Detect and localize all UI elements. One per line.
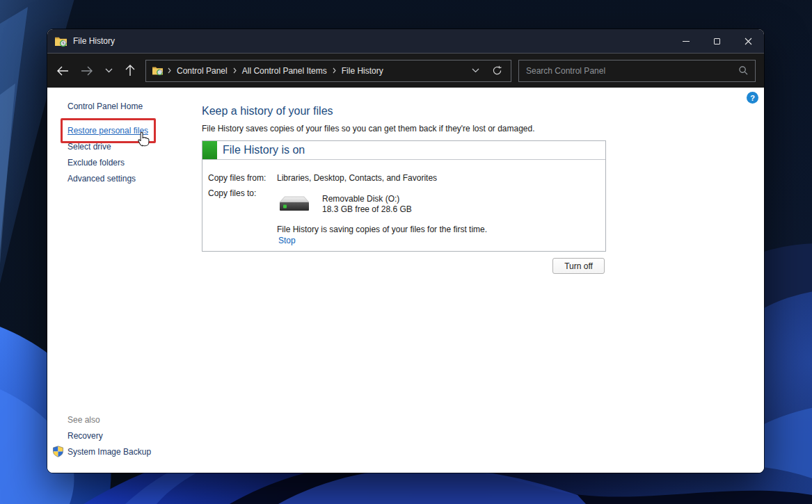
- file-history-window: File History Control Panel: [47, 29, 764, 473]
- file-history-status-panel: File History is on Copy files from: Libr…: [202, 140, 606, 252]
- forward-button[interactable]: [77, 61, 97, 81]
- copy-from-value: Libraries, Desktop, Contacts, and Favori…: [277, 173, 437, 183]
- chevron-down-icon: [472, 68, 479, 73]
- copy-to-label: Copy files to:: [208, 188, 256, 198]
- page-description: File History saves copies of your files …: [202, 124, 535, 133]
- breadcrumb-separator-icon: [168, 67, 171, 74]
- close-button[interactable]: [733, 29, 764, 53]
- minimize-icon: [683, 41, 690, 42]
- folder-history-icon: [54, 35, 67, 47]
- sidebar-item-exclude-folders[interactable]: Exclude folders: [67, 158, 125, 168]
- page-title: Keep a history of your files: [202, 105, 333, 117]
- removable-disk-icon: [279, 193, 310, 214]
- window-title: File History: [73, 36, 670, 46]
- uac-shield-icon: [52, 446, 64, 457]
- title-bar: File History: [47, 29, 764, 53]
- recent-locations-button[interactable]: [100, 61, 117, 81]
- minimize-button[interactable]: [670, 29, 701, 53]
- status-on-indicator: [202, 141, 217, 159]
- maximize-button[interactable]: [701, 29, 733, 53]
- breadcrumb-control-panel[interactable]: Control Panel: [175, 66, 229, 76]
- address-bar[interactable]: Control Panel All Control Panel Items Fi…: [145, 60, 511, 82]
- see-also-label: See also: [67, 415, 100, 425]
- maximize-icon: [714, 38, 720, 44]
- stop-link[interactable]: Stop: [278, 236, 296, 245]
- turn-off-button[interactable]: Turn off: [552, 258, 605, 274]
- search-icon[interactable]: [739, 66, 748, 75]
- back-button[interactable]: [53, 61, 72, 81]
- breadcrumb-separator-icon: [333, 67, 336, 74]
- main-pane: Keep a history of your files File Histor…: [202, 88, 764, 473]
- forward-arrow-icon: [81, 66, 93, 76]
- status-title: File History is on: [223, 141, 305, 159]
- up-button[interactable]: [120, 61, 140, 81]
- breadcrumb-separator-icon: [233, 67, 237, 74]
- copy-from-label: Copy files from:: [208, 173, 266, 183]
- close-icon: [745, 38, 752, 45]
- sidebar: Control Panel Home Restore personal file…: [47, 88, 202, 473]
- sidebar-item-select-drive[interactable]: Select drive: [67, 142, 111, 152]
- refresh-icon: [492, 65, 502, 76]
- refresh-button[interactable]: [486, 65, 505, 76]
- address-dropdown-button[interactable]: [465, 68, 486, 73]
- navigation-bar: Control Panel All Control Panel Items Fi…: [47, 53, 764, 88]
- sidebar-item-restore-personal-files[interactable]: Restore personal files: [67, 126, 148, 136]
- status-message: File History is saving copies of your fi…: [277, 225, 487, 234]
- chevron-down-icon: [105, 68, 113, 73]
- help-button[interactable]: ?: [747, 92, 758, 104]
- sidebar-item-recovery[interactable]: Recovery: [67, 431, 103, 441]
- back-arrow-icon: [56, 66, 69, 76]
- content-area: Control Panel Home Restore personal file…: [47, 88, 764, 473]
- search-input[interactable]: [526, 66, 739, 76]
- sidebar-item-advanced-settings[interactable]: Advanced settings: [67, 174, 136, 184]
- drive-name: Removable Disk (O:): [322, 194, 399, 204]
- up-arrow-icon: [125, 65, 135, 76]
- sidebar-item-control-panel-home[interactable]: Control Panel Home: [67, 101, 143, 111]
- breadcrumb-all-items[interactable]: All Control Panel Items: [241, 66, 328, 76]
- status-panel-body: Copy files from: Libraries, Desktop, Con…: [202, 160, 605, 251]
- address-folder-icon: [152, 65, 164, 76]
- breadcrumb-file-history[interactable]: File History: [340, 66, 385, 76]
- sidebar-item-system-image-backup[interactable]: System Image Backup: [67, 447, 151, 457]
- drive-space: 18.3 GB free of 28.6 GB: [322, 204, 412, 214]
- status-panel-header: File History is on: [202, 141, 605, 160]
- search-box: [518, 60, 756, 82]
